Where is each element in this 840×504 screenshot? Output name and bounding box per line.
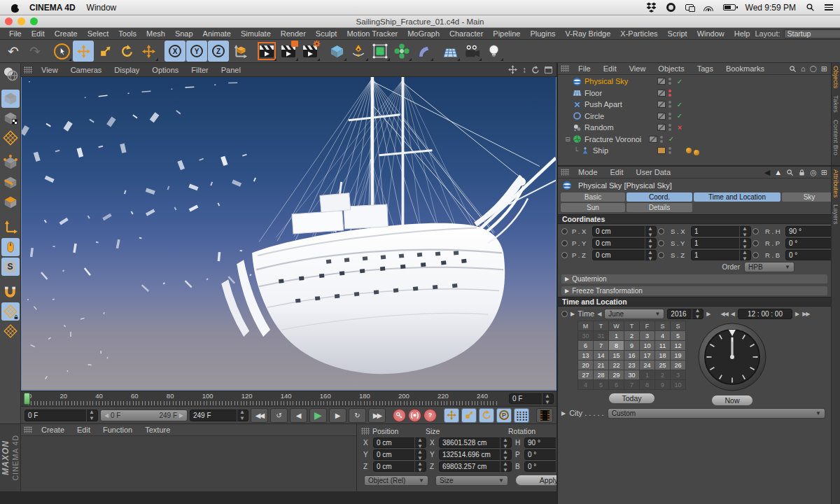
material-menu-edit[interactable]: Edit [71,426,97,434]
light-button[interactable] [483,41,504,62]
tab-details[interactable]: Details [626,203,692,212]
viewport-pan-icon[interactable] [508,65,517,74]
convert-editable-button[interactable] [1,64,20,83]
freeze-transformation-fold[interactable]: ▶Freeze Transformation [561,286,827,295]
panel-grip[interactable] [561,65,569,72]
key-pla-toggle[interactable]: ⣿⣿ [514,408,529,423]
layout-dropdown[interactable]: Startup ▼ [784,29,840,38]
enabled-check-icon[interactable]: ✓ [676,78,684,85]
camera-button[interactable] [461,41,482,62]
am-menu-user-data[interactable]: User Data [630,168,678,176]
viewport-3d-scene[interactable] [21,77,556,391]
time-fwd-fast-arrow[interactable]: ▶▶ [802,311,809,317]
key-rotation-toggle[interactable] [479,408,494,423]
menu-window[interactable]: Window [692,29,729,38]
calendar-day[interactable]: 22 [609,360,624,370]
analog-clock[interactable] [696,321,769,393]
menu-mograph[interactable]: MoGraph [402,29,444,38]
om-menu-edit[interactable]: Edit [597,64,623,73]
time-back-fast-arrow[interactable]: ◀◀ [721,311,728,317]
visibility-dots[interactable] [668,147,671,154]
lock-icon[interactable] [798,169,806,176]
disabled-x-icon[interactable]: × [676,124,684,132]
menu-vray-bridge[interactable]: V-Ray Bridge [561,29,616,38]
calendar-day[interactable]: 26 [671,360,685,370]
calendar-day[interactable]: 2 [655,370,670,379]
tag-icon[interactable] [694,150,699,155]
city-dropdown[interactable]: Custom▼ [608,408,825,419]
today-button[interactable]: Today [608,393,654,404]
visibility-dots-off[interactable] [668,90,671,97]
calendar-day[interactable]: 12 [671,341,685,350]
timeline-playhead[interactable] [24,393,30,405]
key-position-toggle[interactable] [444,408,459,423]
calendar-day[interactable]: 16 [624,351,639,360]
menu-file[interactable]: File [4,29,27,38]
ruler-frame-field[interactable]: 0 F ▲▼ [509,393,554,404]
visibility-dots[interactable] [660,136,663,143]
notification-center-icon[interactable] [825,4,833,10]
display-color-swatch[interactable] [657,147,666,154]
range-left-arrow[interactable]: ◀ [104,412,108,419]
calendar-day[interactable]: 14 [594,351,608,360]
calendar-day[interactable]: 10 [640,341,654,350]
viewport-menu-display[interactable]: Display [108,66,146,74]
viewport-menu-panel[interactable]: Panel [215,66,247,74]
displays-icon[interactable] [685,4,694,10]
menu-select[interactable]: Select [83,29,114,38]
calendar-day[interactable]: 29 [609,370,624,379]
rotate-tool-button[interactable] [116,41,137,62]
calendar-day[interactable]: 5 [594,380,608,389]
coord-mode-dropdown[interactable]: Object (Rel)▼ [364,475,428,486]
viewport-menu-view[interactable]: View [35,66,64,74]
keyframe-circle[interactable] [658,240,664,246]
om-menu-file[interactable]: File [572,64,597,73]
collapse-expander[interactable]: ⊟ [564,136,572,143]
calendar-day[interactable]: 30 [578,331,593,340]
menu-snap[interactable]: Snap [170,29,198,38]
calendar-day[interactable]: 4 [578,380,593,389]
size-mode-dropdown[interactable]: Size▼ [435,475,508,486]
polygons-mode-button[interactable] [1,193,20,211]
calendar-day[interactable]: 9 [655,380,670,389]
points-mode-button[interactable] [1,154,20,172]
menu-render[interactable]: Render [276,29,311,38]
material-menu-function[interactable]: Function [97,426,139,434]
subdivision-surface-button[interactable] [370,41,391,62]
now-button[interactable]: Now [711,395,752,406]
workplane-mode-button[interactable] [1,129,20,147]
size-y-field[interactable]: 132514.696 cm▲▼ [439,449,512,460]
snap-magnet-button[interactable] [1,283,20,301]
dropbox-icon[interactable] [646,2,657,13]
calendar-day[interactable]: 30 [624,370,639,379]
live-selection-button[interactable] [51,41,72,62]
calendar-day[interactable]: 31 [594,331,608,340]
undo-button[interactable]: ↶ [3,41,24,62]
calendar-day[interactable]: 15 [609,351,624,360]
previous-frame-button[interactable]: ◀ [290,408,307,423]
tweak-mode-button[interactable] [1,238,20,256]
visibility-dots[interactable] [668,113,671,120]
object-row-fracture-voronoi[interactable]: ⊟ Fracture Voronoi ✓ [558,134,831,146]
calendar-day[interactable]: 13 [578,351,593,360]
environment-floor-button[interactable] [440,41,461,62]
deformer-bend-button[interactable] [413,41,434,62]
edges-mode-button[interactable] [1,174,20,192]
spline-pen-button[interactable] [348,41,369,62]
pos-x-field[interactable]: 0 cm▲▼ [373,438,426,448]
om-menu-objects[interactable]: Objects [652,64,690,73]
layer-swatch[interactable] [657,90,666,97]
tab-coord[interactable]: Coord. [626,192,692,202]
calendar-day[interactable]: 17 [640,351,654,360]
object-row-physical-sky[interactable]: Physical Sky ✓ [558,76,831,88]
apple-menu-icon[interactable] [11,3,20,13]
key-scale-toggle[interactable] [461,408,477,423]
coordinate-system-button[interactable] [230,41,251,62]
current-frame-field[interactable]: 0 F ▲▼ [24,410,98,421]
search-icon[interactable] [789,65,797,73]
frame-range-slider[interactable]: ◀ 0 F 249 F ▶ [100,410,188,421]
wifi-icon[interactable] [704,4,713,11]
axis-mode-button[interactable] [1,218,20,237]
keyframe-circle[interactable] [561,240,568,246]
record-keyframe-button[interactable] [393,409,406,422]
